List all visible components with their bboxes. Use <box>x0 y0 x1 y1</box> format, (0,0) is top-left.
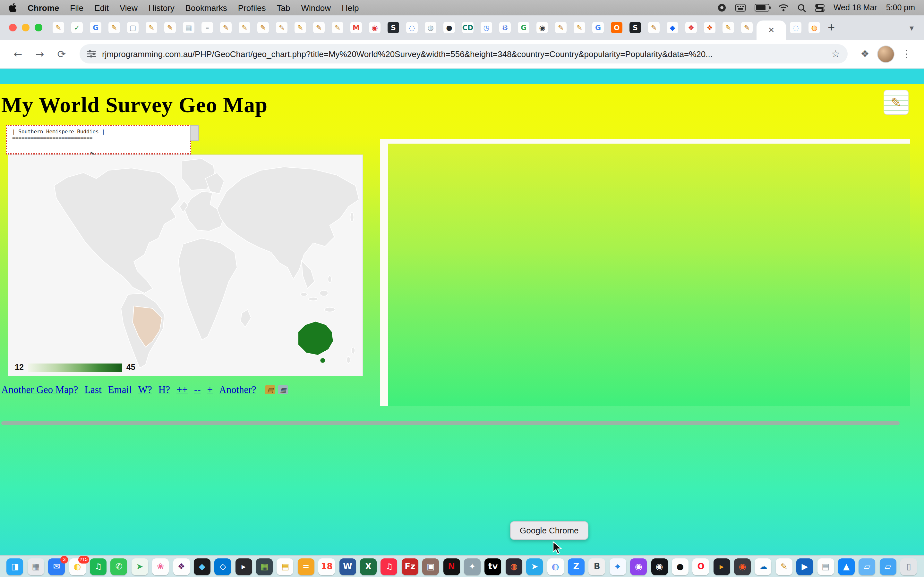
pinned-tab[interactable]: S <box>630 22 641 33</box>
memo-icon[interactable]: ✎ <box>884 90 909 115</box>
horizontal-scrollbar[interactable] <box>1 421 900 425</box>
tab-close-icon[interactable]: ✕ <box>768 26 774 35</box>
pinned-tab[interactable]: ✎ <box>555 22 567 33</box>
rocket[interactable]: ✦ <box>464 558 481 575</box>
audacity[interactable]: ◉ <box>734 558 751 575</box>
finder[interactable]: ◨ <box>7 558 23 575</box>
page-link[interactable]: H? <box>158 384 170 396</box>
island-japan[interactable] <box>351 213 354 222</box>
safari[interactable]: ⌖ <box>609 558 626 575</box>
bbedit[interactable]: B <box>589 558 606 575</box>
pinned-tab[interactable]: ✎ <box>276 22 288 33</box>
country-australia-tasmania[interactable] <box>320 358 325 363</box>
tv-app[interactable]: ▶ <box>796 558 813 575</box>
island-borneo[interactable] <box>320 290 328 296</box>
apple-menu-icon[interactable] <box>9 3 17 12</box>
pinned-tab[interactable]: M <box>351 22 362 33</box>
downloads-folder[interactable]: ▱ <box>859 558 876 575</box>
close-window-button[interactable] <box>9 24 17 31</box>
pinned-tab[interactable]: G <box>518 22 529 33</box>
island-new-zealand-north[interactable] <box>351 347 355 354</box>
computer-icon[interactable]: ▦ <box>278 385 288 394</box>
menu-item[interactable]: Tab <box>277 3 290 13</box>
messages[interactable]: ✆ <box>111 558 128 575</box>
box[interactable]: ▣ <box>422 558 439 575</box>
menu-item[interactable]: History <box>149 3 174 13</box>
menu-item[interactable]: Bookmarks <box>186 3 227 13</box>
pinned-tab[interactable]: ✎ <box>108 22 120 33</box>
pinned-tab[interactable]: ✎ <box>741 22 753 33</box>
vscode[interactable]: ◇ <box>215 558 231 575</box>
pinned-tab[interactable]: ✓ <box>71 22 83 33</box>
minimize-window-button[interactable] <box>22 24 29 31</box>
page-link[interactable]: Another? <box>219 384 256 396</box>
music[interactable]: ♫ <box>381 558 397 575</box>
site-settings-icon[interactable] <box>87 50 96 58</box>
pinned-tab[interactable]: ● <box>443 22 455 33</box>
pinned-tab[interactable]: ✎ <box>257 22 269 33</box>
page-link[interactable]: Email <box>108 384 132 396</box>
url-text[interactable]: rjmprogramming.com.au/PHP/GeoChart/geo_c… <box>102 49 825 59</box>
books-icon[interactable]: ▤ <box>265 385 275 394</box>
pinned-tab[interactable]: ✎ <box>220 22 232 33</box>
control-center-icon[interactable] <box>815 3 825 12</box>
status-extra-icon[interactable] <box>717 3 726 12</box>
keynote[interactable]: ▲ <box>838 558 855 575</box>
menu-item[interactable]: Profiles <box>238 3 266 13</box>
trash[interactable]: ▯ <box>900 558 917 575</box>
telegram[interactable]: ➤ <box>526 558 543 575</box>
pinned-tab[interactable]: ✎ <box>239 22 250 33</box>
obs[interactable]: ◉ <box>651 558 668 575</box>
page-link[interactable]: Last <box>84 384 102 396</box>
documents-folder[interactable]: ▱ <box>880 558 897 575</box>
pinned-tab[interactable]: ◷ <box>481 22 492 33</box>
wifi-icon[interactable] <box>779 4 788 11</box>
filezilla[interactable]: Fz <box>402 558 418 575</box>
pinned-tab[interactable]: O <box>611 22 622 33</box>
onedrive[interactable]: ☁ <box>755 558 772 575</box>
netflix[interactable]: N <box>443 558 460 575</box>
slack[interactable]: ❖ <box>173 558 190 575</box>
excel[interactable]: X <box>360 558 376 575</box>
pinned-tab[interactable]: ▢ <box>127 22 139 33</box>
pinned-tab[interactable]: ✎ <box>722 22 734 33</box>
word[interactable]: W <box>339 558 356 575</box>
zoom-window-button[interactable] <box>35 24 42 31</box>
island-new-guinea[interactable] <box>325 307 335 312</box>
shortcuts[interactable]: ◆ <box>194 558 210 575</box>
menu-time[interactable]: 5:00 pm <box>886 3 915 12</box>
new-tab-button[interactable]: + <box>828 21 835 35</box>
pinned-tab[interactable]: ✎ <box>164 22 176 33</box>
pinned-tab[interactable]: G <box>90 22 102 33</box>
numbers[interactable]: ▦ <box>256 558 273 575</box>
profile-avatar[interactable] <box>877 45 895 63</box>
apple-tv[interactable]: tv <box>485 558 501 575</box>
page-link[interactable]: ++ <box>176 384 188 396</box>
spotlight-icon[interactable] <box>798 3 806 12</box>
menu-item[interactable]: View <box>120 3 137 13</box>
browser-menu-icon[interactable]: ⋮ <box>898 48 915 60</box>
page-link[interactable]: + <box>207 384 213 396</box>
mail[interactable]: ✉ 3 <box>48 558 65 575</box>
reload-button[interactable]: ⟳ <box>53 45 71 63</box>
keyboard-icon[interactable] <box>735 4 746 11</box>
island-java[interactable] <box>309 297 318 301</box>
pinned-tab[interactable]: ◉ <box>536 22 548 33</box>
podcasts[interactable]: ◉ <box>630 558 647 575</box>
pinned-tab[interactable]: ✎ <box>313 22 325 33</box>
menu-app-name[interactable]: Chrome <box>27 3 59 13</box>
pinned-tab[interactable]: ◍ <box>425 22 436 33</box>
active-tab[interactable]: ✕ <box>756 21 786 40</box>
pinned-tab[interactable]: ✎ <box>648 22 660 33</box>
pinned-tab[interactable]: ❖ <box>704 22 716 33</box>
terminal[interactable]: ▸ <box>235 558 252 575</box>
island-new-zealand-south[interactable] <box>347 356 351 364</box>
notes[interactable]: ▤ <box>277 558 294 575</box>
page-link[interactable]: -- <box>194 384 201 396</box>
menu-date[interactable]: Wed 18 Mar <box>834 3 877 12</box>
pinned-tab[interactable]: ◆ <box>667 22 678 33</box>
menu-item[interactable]: Edit <box>94 3 109 13</box>
photos[interactable]: ❀ <box>152 558 169 575</box>
battery-icon[interactable] <box>754 4 769 11</box>
chrome-beta[interactable]: ◍ 215 <box>69 558 86 575</box>
